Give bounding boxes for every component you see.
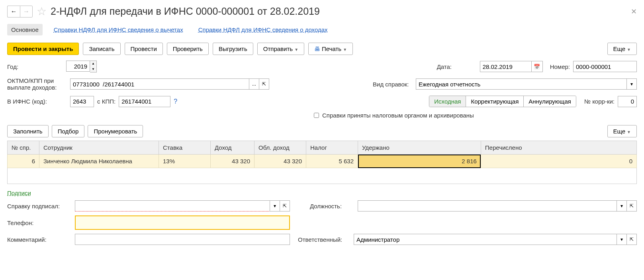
col-tax[interactable]: Налог [306, 141, 358, 155]
export-button[interactable]: Выгрузить [213, 43, 253, 55]
cell-tax[interactable]: 5 632 [306, 155, 358, 168]
oktmo-open-button[interactable]: ⇱ [259, 78, 269, 90]
year-down-button[interactable]: ▼ [90, 67, 96, 72]
corr-no-label: № корр-ки: [584, 98, 615, 105]
pick-button[interactable]: Подбор [52, 125, 85, 137]
number-label: Номер: [550, 63, 570, 70]
table-footer [7, 168, 637, 184]
calendar-icon[interactable]: 📅 [532, 61, 543, 72]
kpp-label: с КПП: [97, 98, 115, 105]
help-icon[interactable]: ? [174, 98, 177, 105]
tab-incomes[interactable]: Справки НДФЛ для ИФНС сведения о доходах [194, 24, 332, 35]
archived-label: Справки приняты налоговым органом и архи… [322, 112, 474, 119]
position-input[interactable] [358, 200, 617, 211]
cell-transferred[interactable]: 0 [481, 155, 636, 168]
caret-down-icon: ▼ [294, 47, 298, 52]
oktmo-label: ОКТМО/КПП при выплате доходов: [7, 77, 67, 91]
post-button[interactable]: Провести [125, 43, 163, 55]
nav-forward-button[interactable]: → [20, 6, 33, 18]
col-employee[interactable]: Сотрудник [39, 141, 159, 155]
fill-button[interactable]: Заполнить [7, 125, 49, 137]
responsible-label: Ответственный: [298, 236, 350, 243]
signed-by-open-button[interactable]: ⇱ [280, 200, 290, 211]
close-button[interactable]: ✕ [631, 7, 637, 16]
tab-deductions[interactable]: Справки НДФЛ для ИФНС сведения о вычетах [50, 24, 187, 35]
col-taxable[interactable]: Обл. доход [254, 141, 306, 155]
cell-employee[interactable]: Зинченко Людмила Николаевна [39, 155, 159, 168]
col-rate[interactable]: Ставка [159, 141, 211, 155]
ref-type-dropdown-button[interactable]: ▾ [626, 78, 637, 90]
toggle-correcting[interactable]: Корректирующая [466, 96, 524, 107]
nav-back-button[interactable]: ← [7, 6, 20, 18]
position-dropdown-button[interactable]: ▾ [617, 200, 627, 211]
page-title: 2-НДФЛ для передачи в ИФНС 0000-000001 о… [51, 6, 627, 17]
caret-down-icon: ▼ [627, 47, 631, 52]
oktmo-select-button[interactable]: ... [249, 78, 259, 90]
caret-down-icon: ▼ [343, 47, 347, 52]
print-button[interactable]: 🖶Печать▼ [308, 43, 353, 55]
col-withheld[interactable]: Удержано [358, 141, 481, 155]
ref-type-input[interactable] [416, 78, 627, 90]
signed-by-input[interactable] [75, 200, 270, 211]
signatures-section-link[interactable]: Подписи [7, 190, 31, 196]
favorite-star-icon[interactable]: ☆ [37, 5, 47, 18]
date-input[interactable] [480, 61, 532, 72]
col-no[interactable]: № спр. [8, 141, 39, 155]
corr-no-input[interactable] [618, 96, 637, 107]
more-button[interactable]: Еще▼ [607, 43, 637, 55]
number-input[interactable] [573, 61, 637, 72]
printer-icon: 🖶 [314, 45, 320, 52]
caret-down-icon: ▼ [627, 130, 631, 134]
signed-by-label: Справку подписал: [7, 203, 71, 210]
table-more-button[interactable]: Еще▼ [607, 125, 637, 137]
tab-main[interactable]: Основное [7, 24, 43, 35]
ifns-label: В ИФНС (код): [7, 98, 67, 105]
responsible-open-button[interactable]: ⇱ [626, 234, 637, 245]
table-row[interactable]: 6 Зинченко Людмила Николаевна 13% 43 320… [8, 155, 637, 168]
responsible-input[interactable] [354, 234, 617, 245]
ifns-input[interactable] [70, 96, 94, 107]
phone-label: Телефон: [7, 219, 71, 226]
cell-rate[interactable]: 13% [159, 155, 211, 168]
save-button[interactable]: Записать [83, 43, 120, 55]
check-button[interactable]: Проверить [167, 43, 209, 55]
comment-label: Комментарий: [7, 236, 71, 243]
date-label: Дата: [437, 63, 477, 70]
position-label: Должность: [310, 203, 354, 210]
cell-withheld[interactable]: 2 816 [358, 155, 481, 168]
ref-type-label: Вид справок: [373, 81, 413, 88]
archived-checkbox[interactable] [314, 113, 319, 118]
kpp-input[interactable] [119, 96, 170, 107]
cell-no[interactable]: 6 [8, 155, 39, 168]
cell-taxable[interactable]: 43 320 [254, 155, 306, 168]
post-and-close-button[interactable]: Провести и закрыть [7, 43, 79, 55]
oktmo-input[interactable] [70, 78, 249, 90]
col-transferred[interactable]: Перечислено [481, 141, 636, 155]
signed-by-dropdown-button[interactable]: ▾ [270, 200, 280, 211]
position-open-button[interactable]: ⇱ [626, 200, 637, 211]
responsible-dropdown-button[interactable]: ▾ [617, 234, 627, 245]
send-button[interactable]: Отправить▼ [257, 43, 304, 55]
phone-input[interactable] [75, 215, 290, 230]
toggle-annulling[interactable]: Аннулирующая [524, 96, 576, 107]
year-up-button[interactable]: ▲ [90, 61, 96, 67]
employees-table: № спр. Сотрудник Ставка Доход Обл. доход… [7, 141, 637, 168]
renumber-button[interactable]: Пронумеровать [88, 125, 143, 137]
toggle-initial[interactable]: Исходная [429, 96, 466, 107]
col-income[interactable]: Доход [211, 141, 254, 155]
year-input[interactable] [66, 61, 90, 72]
year-label: Год: [7, 63, 63, 70]
comment-input[interactable] [75, 234, 290, 245]
cell-income[interactable]: 43 320 [211, 155, 254, 168]
